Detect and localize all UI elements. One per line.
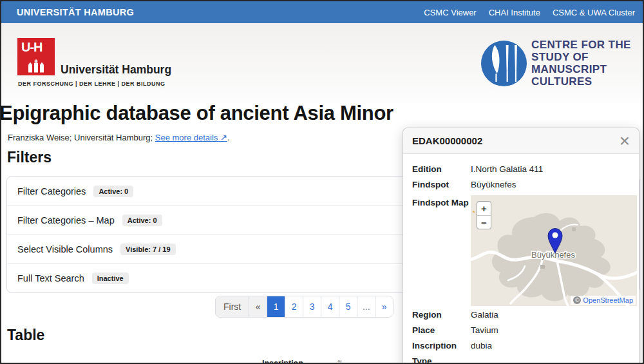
- page-ellipsis: ...: [357, 296, 375, 317]
- page-3-button[interactable]: 3: [303, 296, 321, 317]
- screenshot-frame: UNIVERSITÄT HAMBURG CSMC Viewer CHAI Ins…: [0, 0, 644, 364]
- csmc-line: MANUSCRIPT: [531, 63, 631, 75]
- map-tiles: Büyüknefes: [471, 195, 637, 306]
- nav-link-csmc-viewer[interactable]: CSMC Viewer: [424, 8, 476, 17]
- column-header-inscription[interactable]: Inscription: [262, 359, 303, 364]
- byline-period: .: [227, 133, 230, 142]
- field-region: Region Galatia: [412, 307, 636, 323]
- visible-count-badge: Visible: 7 / 19: [120, 244, 176, 255]
- field-value: Büyüknefes: [471, 177, 636, 193]
- field-findspot-map: Findspot Map: [412, 195, 636, 306]
- nav-link-csmc-uwa-cluster[interactable]: CSMC & UWA Cluster: [553, 8, 635, 17]
- zoom-out-button[interactable]: −: [477, 215, 491, 229]
- uhh-monogram: U-H: [21, 40, 43, 55]
- csmc-line: CENTRE FOR THE: [531, 39, 631, 51]
- sort-icon[interactable]: ⇅: [337, 359, 343, 364]
- logo-band: U-H Universität Hamburg DER FORSCHUNG | …: [1, 23, 643, 103]
- field-label: Region: [412, 307, 471, 323]
- csmc-line: STUDY OF: [531, 51, 631, 63]
- field-value: dubia: [471, 338, 636, 364]
- field-label: Findspot Map: [412, 195, 471, 306]
- field-place: Place Tavium: [412, 323, 636, 338]
- byline: Franziska Weise; Universität Hamburg; Se…: [8, 133, 229, 142]
- field-label: Inscription Type: [412, 338, 471, 364]
- see-more-details-link[interactable]: See more details ↗: [155, 133, 227, 142]
- panel-header: EDAK00000002 ×: [403, 128, 639, 154]
- page-5-button[interactable]: 5: [339, 296, 357, 317]
- field-label: Place: [412, 323, 471, 338]
- field-findspot: Findspot Büyüknefes: [412, 177, 636, 193]
- map-place-label: Büyüknefes: [531, 250, 575, 260]
- close-icon[interactable]: ×: [620, 134, 630, 148]
- map-attribution: © OpenStreetMap: [571, 296, 636, 305]
- map-zoom-control: + −: [477, 201, 491, 229]
- inactive-badge: Inactive: [92, 273, 129, 284]
- quill-pens-icon: [481, 41, 527, 86]
- panel-body: Edition I.North Galatia 411 Findspot Büy…: [403, 154, 639, 364]
- record-detail-panel: EDAK00000002 × Edition I.North Galatia 4…: [402, 128, 639, 364]
- pagination: First « 1 2 3 4 5 ... »: [215, 296, 393, 318]
- csmc-logo: [481, 41, 527, 86]
- table-heading: Table: [7, 327, 44, 344]
- accordion-label: Full Text Search: [17, 273, 84, 283]
- uhh-logo: U-H: [17, 38, 55, 75]
- page-1-button[interactable]: 1: [267, 296, 285, 317]
- page-4-button[interactable]: 4: [321, 296, 339, 317]
- csmc-wordmark: CENTRE FOR THE STUDY OF MANUSCRIPT CULTU…: [531, 39, 631, 88]
- accordion-label: Filter Categories: [17, 186, 86, 196]
- openstreetmap-link[interactable]: OpenStreetMap: [583, 296, 633, 304]
- copyright-icon: ©: [573, 296, 581, 304]
- field-value: I.North Galatia 411: [471, 162, 636, 177]
- page-first-button[interactable]: First: [216, 296, 249, 317]
- page-title: Epigraphic database of ancient Asia Mino…: [0, 102, 393, 125]
- active-count-badge: Active: 0: [93, 186, 133, 197]
- field-label: Findspot: [412, 177, 471, 193]
- table-header-partial[interactable]: Inscription ⇅: [262, 359, 343, 364]
- active-count-badge: Active: 0: [122, 215, 162, 226]
- findspot-map[interactable]: Büyüknefes + − © OpenStreetMap: [471, 195, 637, 306]
- accordion-label: Select Visible Columns: [17, 244, 113, 254]
- navbar-links: CSMC Viewer CHAI Institute CSMC & UWA Cl…: [424, 8, 635, 17]
- uhh-tagline: DER FORSCHUNG | DER LEHRE | DER BILDUNG: [18, 81, 166, 87]
- byline-text: Franziska Weise; Universität Hamburg;: [8, 133, 155, 142]
- field-value: Galatia: [471, 307, 636, 323]
- csmc-line: CULTURES: [531, 75, 631, 88]
- zoom-in-button[interactable]: +: [477, 202, 491, 215]
- top-navbar: UNIVERSITÄT HAMBURG CSMC Viewer CHAI Ins…: [1, 1, 643, 23]
- record-id: EDAK00000002: [412, 135, 482, 146]
- field-edition: Edition I.North Galatia 411: [412, 162, 636, 177]
- accordion-label: Filter Categories – Map: [17, 215, 115, 225]
- page-prev-button[interactable]: «: [249, 296, 267, 317]
- university-brand: UNIVERSITÄT HAMBURG: [17, 7, 134, 17]
- field-value: Tavium: [471, 323, 636, 338]
- field-label: Edition: [412, 162, 471, 177]
- hamburg-castle-icon: [28, 59, 44, 73]
- field-inscription-type: Inscription Type dubia: [412, 338, 636, 364]
- filters-heading: Filters: [7, 149, 52, 166]
- page-2-button[interactable]: 2: [285, 296, 303, 317]
- page-next-button[interactable]: »: [375, 296, 393, 317]
- uhh-name: Universität Hamburg: [61, 63, 171, 77]
- nav-link-chai-institute[interactable]: CHAI Institute: [489, 8, 540, 17]
